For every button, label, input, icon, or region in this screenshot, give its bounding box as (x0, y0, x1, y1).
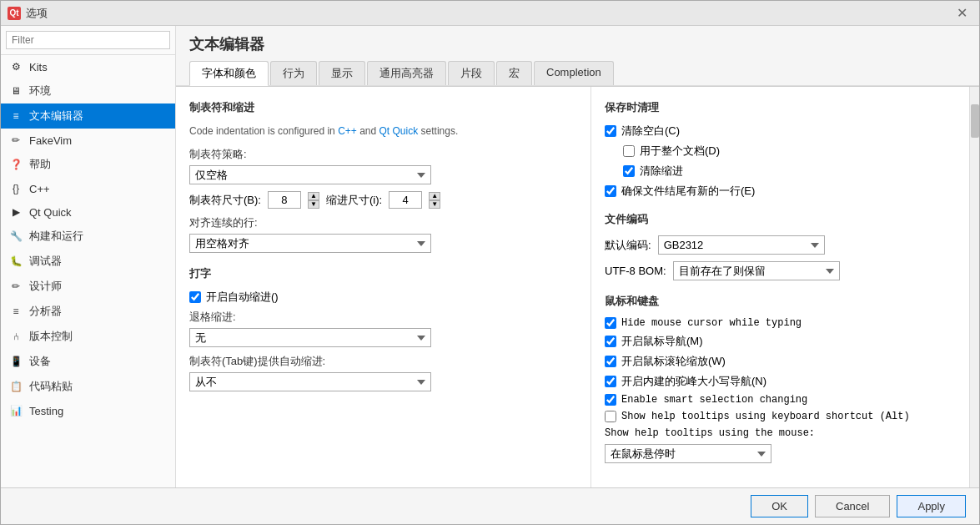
default-encoding-label: 默认编码: (605, 238, 651, 253)
indentation-section: 制表符和缩进 Code indentation is configured in… (189, 100, 577, 253)
sidebar-item-debugger[interactable]: 🐛调试器 (1, 249, 175, 274)
sidebar-item-texteditor[interactable]: ≡文本编辑器 (1, 103, 175, 129)
tab-size-up[interactable]: ▲ (308, 192, 319, 200)
clear-whitespace-label: 清除空白(C) (621, 124, 680, 139)
sidebar-item-build[interactable]: 🔧构建和运行 (1, 224, 175, 249)
mouse-tooltip-label: Show help tooltips using the mouse: (605, 427, 815, 439)
indent-size-up[interactable]: ▲ (429, 192, 440, 200)
sidebar-item-codepaste[interactable]: 📋代码粘贴 (1, 374, 175, 399)
mouse-tooltip-select-wrap: 在鼠标悬停时 (605, 444, 956, 463)
tab-behavior[interactable]: 行为 (270, 61, 317, 85)
sidebar-item-designer[interactable]: ✏设计师 (1, 274, 175, 299)
sidebar-item-kits[interactable]: ⚙Kits (1, 55, 175, 78)
tab-size-spinners: ▲ ▼ (308, 192, 319, 209)
tab-size-input[interactable] (268, 191, 301, 209)
smart-selection-row: Enable smart selection changing (605, 394, 956, 406)
keyboard-shortcut-checkbox[interactable] (605, 411, 616, 422)
tab-completion[interactable]: Completion (534, 61, 614, 85)
sidebar-item-vcs[interactable]: ⑃版本控制 (1, 324, 175, 349)
ensure-newline-label: 确保文件结尾有新的一行(E) (621, 184, 755, 199)
right-area: 保存时清理 清除空白(C) 用于整个文档(D) 清除 (591, 87, 979, 487)
file-encoding-title: 文件编码 (605, 212, 956, 227)
sidebar-item-env[interactable]: 🖥环境 (1, 78, 175, 103)
ensure-newline-checkbox[interactable] (605, 185, 616, 197)
default-encoding-row: 默认编码: GB2312 (605, 235, 956, 255)
tab-snippets[interactable]: 片段 (448, 61, 495, 85)
filter-input[interactable] (6, 31, 170, 49)
tab-size-label: 制表符尺寸(B): (189, 193, 261, 208)
tab-size-down[interactable]: ▼ (308, 200, 319, 209)
sidebar-item-cpp[interactable]: {}C++ (1, 177, 175, 200)
sidebar-label-vcs: 版本控制 (29, 329, 73, 344)
tab-indent-select[interactable]: 从不 (189, 372, 431, 391)
smart-selection-checkbox[interactable] (605, 394, 616, 406)
cpp-link[interactable]: C++ (338, 125, 357, 137)
save-cleanup-title: 保存时清理 (605, 100, 956, 115)
sidebar-label-fakevim: FakeVim (29, 134, 72, 147)
bottom-bar: OK Cancel Apply (1, 487, 979, 524)
apply-button[interactable]: Apply (897, 495, 966, 517)
camelcase-checkbox[interactable] (605, 376, 616, 387)
cancel-button[interactable]: Cancel (815, 495, 890, 517)
tab-display[interactable]: 显示 (319, 61, 365, 85)
sidebar-item-devices[interactable]: 📱设备 (1, 349, 175, 374)
tab-hex[interactable]: 宏 (496, 61, 532, 85)
mouse-keyboard-title: 鼠标和键盘 (605, 294, 956, 309)
tab-indent-label: 制表符(Tab键)提供自动缩进: (189, 354, 577, 369)
default-encoding-select[interactable]: GB2312 (658, 235, 825, 255)
mouse-nav-checkbox[interactable] (605, 336, 616, 347)
main-title: 文本编辑器 (189, 34, 966, 54)
sidebar-label-analyzer: 分析器 (29, 304, 62, 319)
hide-mouse-row: Hide mouse cursor while typing (605, 317, 956, 329)
tabs-container: 字体和颜色行为显示通用高亮器片段宏Completion (189, 61, 966, 85)
close-button[interactable]: ✕ (952, 3, 972, 23)
mouse-tooltip-select[interactable]: 在鼠标悬停时 (605, 444, 771, 463)
qtquick-link[interactable]: Qt Quick (379, 125, 419, 137)
sidebar-icon-texteditor: ≡ (9, 109, 23, 123)
sidebar-icon-devices: 📱 (9, 355, 23, 368)
utf8-bom-label: UTF-8 BOM: (605, 265, 666, 277)
whole-doc-row: 用于整个文档(D) (623, 144, 956, 159)
sidebar-item-testing[interactable]: 📊Testing (1, 399, 175, 422)
sidebar-icon-vcs: ⑃ (9, 330, 23, 343)
sidebar-item-help[interactable]: ❓帮助 (1, 152, 175, 177)
align-label: 对齐连续的行: (189, 215, 577, 230)
utf8-bom-select[interactable]: 目前存在了则保留 (673, 261, 840, 280)
sidebar-item-analyzer[interactable]: ≡分析器 (1, 299, 175, 324)
window-title: 选项 (26, 6, 48, 21)
strategy-select[interactable]: 仅空格 (189, 165, 431, 184)
indent-size-down[interactable]: ▼ (429, 200, 440, 209)
right-scrollbar[interactable] (969, 87, 979, 487)
main-panel: 文本编辑器 字体和颜色行为显示通用高亮器片段宏Completion 制表符和缩进… (176, 26, 979, 487)
sidebar-label-devices: 设备 (29, 354, 51, 369)
right-panel: 保存时清理 清除空白(C) 用于整个文档(D) 清除 (591, 87, 969, 487)
clear-whitespace-row: 清除空白(C) (605, 124, 956, 139)
indent-size-spinners: ▲ ▼ (429, 192, 440, 209)
smart-selection-label: Enable smart selection changing (621, 394, 807, 406)
ok-button[interactable]: OK (751, 495, 808, 517)
title-bar-left: Qt 选项 (8, 6, 48, 21)
backspace-select[interactable]: 无 (189, 328, 431, 347)
sidebar-label-qtquick: Qt Quick (29, 206, 72, 219)
tab-highlight[interactable]: 通用高亮器 (367, 61, 446, 85)
tab-size-row: 制表符尺寸(B): ▲ ▼ 缩进尺寸(i): ▲ ▼ (189, 191, 577, 209)
clear-indent-checkbox[interactable] (623, 165, 635, 177)
hide-mouse-checkbox[interactable] (605, 317, 616, 329)
utf8-bom-row: UTF-8 BOM: 目前存在了则保留 (605, 261, 956, 280)
keyboard-shortcut-row: Show help tooltips using keyboard shortc… (605, 411, 956, 422)
clear-whitespace-checkbox[interactable] (605, 125, 616, 137)
wheel-zoom-checkbox[interactable] (605, 356, 616, 367)
align-select[interactable]: 用空格对齐 (189, 234, 431, 253)
camelcase-row: 开启内建的驼峰大小写导航(N) (605, 374, 956, 389)
indent-size-input[interactable] (389, 191, 422, 209)
save-cleanup-section: 保存时清理 清除空白(C) 用于整个文档(D) 清除 (605, 100, 956, 199)
sidebar-item-qtquick[interactable]: ▶Qt Quick (1, 200, 175, 224)
sidebar-items-container: ⚙Kits🖥环境≡文本编辑器✏FakeVim❓帮助{}C++▶Qt Quick🔧… (1, 55, 175, 422)
whole-doc-checkbox[interactable] (623, 145, 635, 157)
auto-indent-label: 开启自动缩进() (206, 290, 279, 305)
tab-font[interactable]: 字体和颜色 (189, 61, 269, 86)
indent-size-label: 缩进尺寸(i): (326, 193, 382, 208)
auto-indent-checkbox[interactable] (189, 291, 201, 303)
sidebar-icon-env: 🖥 (9, 84, 23, 98)
sidebar-item-fakevim[interactable]: ✏FakeVim (1, 129, 175, 152)
